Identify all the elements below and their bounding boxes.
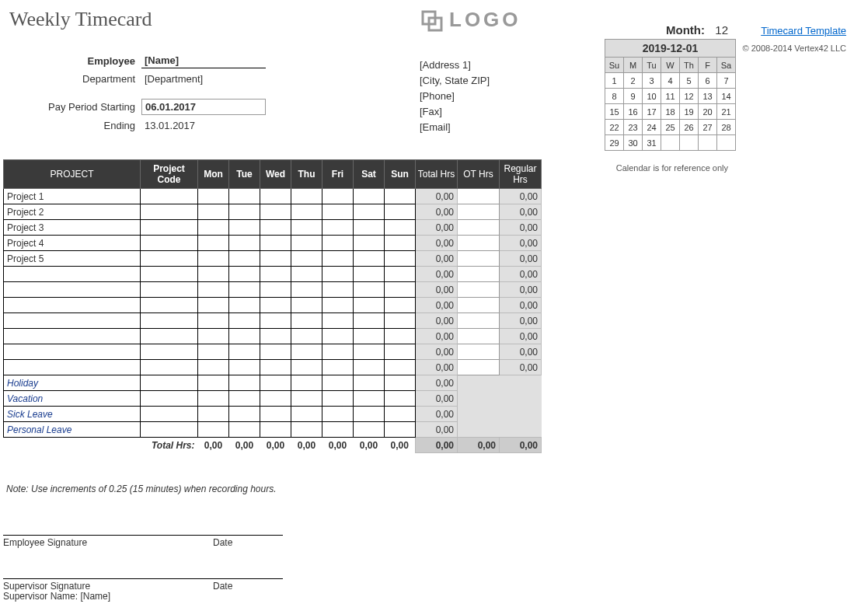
- hours-cell[interactable]: [229, 391, 260, 407]
- hours-cell[interactable]: [322, 391, 354, 407]
- hours-cell[interactable]: [198, 267, 229, 282]
- hours-cell[interactable]: [260, 329, 291, 344]
- hours-cell[interactable]: [229, 204, 260, 220]
- hours-cell[interactable]: [322, 189, 354, 204]
- hours-cell[interactable]: [260, 251, 291, 267]
- hours-cell[interactable]: [260, 220, 291, 236]
- hours-cell[interactable]: [229, 375, 260, 391]
- hours-cell[interactable]: [322, 220, 354, 236]
- hours-cell[interactable]: [260, 204, 291, 220]
- hours-cell[interactable]: [229, 251, 260, 267]
- hours-cell[interactable]: [354, 360, 385, 375]
- ot-hrs-cell[interactable]: [458, 204, 500, 220]
- hours-cell[interactable]: [198, 375, 229, 391]
- hours-cell[interactable]: [385, 220, 416, 236]
- ot-hrs-cell[interactable]: [458, 267, 500, 282]
- hours-cell[interactable]: [354, 407, 385, 422]
- hours-cell[interactable]: [354, 344, 385, 360]
- hours-cell[interactable]: [354, 329, 385, 344]
- hours-cell[interactable]: [354, 282, 385, 298]
- hours-cell[interactable]: [354, 236, 385, 251]
- hours-cell[interactable]: [291, 360, 322, 375]
- project-code-cell[interactable]: [141, 236, 198, 251]
- hours-cell[interactable]: [291, 391, 322, 407]
- hours-cell[interactable]: [322, 282, 354, 298]
- hours-cell[interactable]: [291, 204, 322, 220]
- hours-cell[interactable]: [322, 422, 354, 438]
- hours-cell[interactable]: [260, 313, 291, 329]
- project-name-cell[interactable]: Personal Leave: [4, 422, 141, 438]
- hours-cell[interactable]: [198, 407, 229, 422]
- hours-cell[interactable]: [198, 422, 229, 438]
- hours-cell[interactable]: [354, 189, 385, 204]
- hours-cell[interactable]: [291, 422, 322, 438]
- hours-cell[interactable]: [322, 407, 354, 422]
- hours-cell[interactable]: [291, 344, 322, 360]
- project-name-cell[interactable]: Project 5: [4, 251, 141, 267]
- project-code-cell[interactable]: [141, 298, 198, 313]
- project-name-cell[interactable]: [4, 267, 141, 282]
- hours-cell[interactable]: [260, 391, 291, 407]
- project-code-cell[interactable]: [141, 407, 198, 422]
- hours-cell[interactable]: [385, 422, 416, 438]
- hours-cell[interactable]: [260, 282, 291, 298]
- hours-cell[interactable]: [385, 360, 416, 375]
- hours-cell[interactable]: [260, 375, 291, 391]
- hours-cell[interactable]: [322, 375, 354, 391]
- hours-cell[interactable]: [291, 189, 322, 204]
- hours-cell[interactable]: [229, 189, 260, 204]
- hours-cell[interactable]: [260, 236, 291, 251]
- hours-cell[interactable]: [198, 282, 229, 298]
- hours-cell[interactable]: [322, 236, 354, 251]
- hours-cell[interactable]: [198, 189, 229, 204]
- hours-cell[interactable]: [198, 360, 229, 375]
- hours-cell[interactable]: [385, 329, 416, 344]
- hours-cell[interactable]: [229, 360, 260, 375]
- hours-cell[interactable]: [291, 298, 322, 313]
- hours-cell[interactable]: [354, 204, 385, 220]
- hours-cell[interactable]: [385, 407, 416, 422]
- hours-cell[interactable]: [229, 298, 260, 313]
- project-code-cell[interactable]: [141, 189, 198, 204]
- hours-cell[interactable]: [291, 236, 322, 251]
- project-name-cell[interactable]: Vacation: [4, 391, 141, 407]
- hours-cell[interactable]: [291, 251, 322, 267]
- hours-cell[interactable]: [385, 282, 416, 298]
- hours-cell[interactable]: [385, 344, 416, 360]
- project-name-cell[interactable]: [4, 329, 141, 344]
- hours-cell[interactable]: [229, 220, 260, 236]
- hours-cell[interactable]: [322, 267, 354, 282]
- project-code-cell[interactable]: [141, 220, 198, 236]
- project-code-cell[interactable]: [141, 313, 198, 329]
- project-name-cell[interactable]: Project 1: [4, 189, 141, 204]
- hours-cell[interactable]: [198, 204, 229, 220]
- hours-cell[interactable]: [229, 329, 260, 344]
- hours-cell[interactable]: [291, 313, 322, 329]
- timecard-template-link[interactable]: Timecard Template: [761, 25, 846, 37]
- hours-cell[interactable]: [385, 267, 416, 282]
- project-name-cell[interactable]: Holiday: [4, 375, 141, 391]
- hours-cell[interactable]: [260, 407, 291, 422]
- project-name-cell[interactable]: [4, 344, 141, 360]
- hours-cell[interactable]: [385, 204, 416, 220]
- hours-cell[interactable]: [322, 360, 354, 375]
- project-name-cell[interactable]: [4, 360, 141, 375]
- ot-hrs-cell[interactable]: [458, 344, 500, 360]
- hours-cell[interactable]: [354, 267, 385, 282]
- project-code-cell[interactable]: [141, 267, 198, 282]
- hours-cell[interactable]: [354, 313, 385, 329]
- project-name-cell[interactable]: [4, 298, 141, 313]
- project-code-cell[interactable]: [141, 344, 198, 360]
- hours-cell[interactable]: [385, 189, 416, 204]
- hours-cell[interactable]: [198, 391, 229, 407]
- hours-cell[interactable]: [198, 344, 229, 360]
- hours-cell[interactable]: [354, 251, 385, 267]
- hours-cell[interactable]: [260, 189, 291, 204]
- hours-cell[interactable]: [385, 298, 416, 313]
- hours-cell[interactable]: [198, 298, 229, 313]
- project-code-cell[interactable]: [141, 391, 198, 407]
- ot-hrs-cell[interactable]: [458, 282, 500, 298]
- hours-cell[interactable]: [291, 220, 322, 236]
- department-value[interactable]: [Department]: [141, 72, 206, 86]
- hours-cell[interactable]: [354, 422, 385, 438]
